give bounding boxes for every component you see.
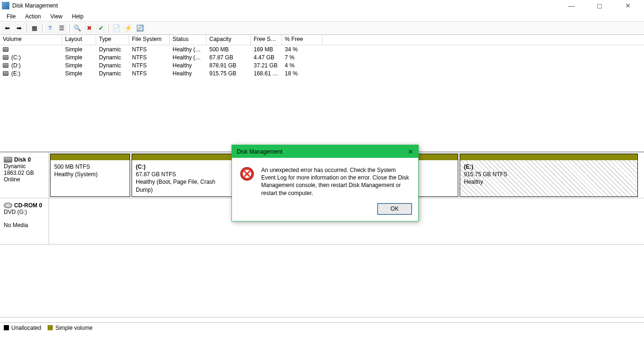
menu-bar: File Action View Help bbox=[0, 11, 644, 22]
menu-action[interactable]: Action bbox=[21, 12, 44, 21]
window-title: Disk Management bbox=[12, 2, 58, 9]
new-button[interactable]: 📄 bbox=[111, 23, 122, 33]
volume-rows: SimpleDynamicNTFSHealthy (S...500 MB169 … bbox=[0, 45, 644, 77]
simple-swatch bbox=[48, 325, 53, 330]
dialog-title: Disk Management bbox=[237, 148, 282, 155]
window-controls: — ◻ ✕ bbox=[562, 2, 642, 9]
toolbar-separator bbox=[42, 24, 42, 33]
drive-icon bbox=[3, 47, 8, 52]
legend-simple: Simple volume bbox=[48, 325, 92, 331]
header-filesystem[interactable]: File System bbox=[129, 35, 170, 45]
delete-button[interactable]: ✖ bbox=[84, 23, 94, 33]
toolbar: ⬅ ➡ ▦ ? ☰ 🔍 ✖ ✔ 📄 ⚡ 🔄 bbox=[0, 22, 644, 35]
maximize-button[interactable]: ◻ bbox=[590, 2, 609, 9]
minimize-button[interactable]: — bbox=[562, 2, 581, 9]
dialog-close-button[interactable]: ✕ bbox=[408, 148, 413, 155]
error-icon bbox=[239, 166, 255, 181]
legend: Unallocated Simple volume bbox=[0, 322, 644, 333]
properties-button[interactable]: ☰ bbox=[57, 23, 67, 33]
cdrom-status: No Media bbox=[4, 222, 28, 229]
header-type[interactable]: Type bbox=[96, 35, 129, 45]
table-row[interactable]: (D:)SimpleDynamicNTFSHealthy878.91 GB37.… bbox=[0, 61, 644, 69]
drive-icon bbox=[3, 55, 8, 60]
header-layout[interactable]: Layout bbox=[62, 35, 96, 45]
header-status[interactable]: Status bbox=[170, 35, 206, 45]
disk-status: Online bbox=[4, 176, 20, 183]
header-free[interactable]: Free Spa... bbox=[251, 35, 282, 45]
header-volume[interactable]: Volume bbox=[0, 35, 62, 45]
partition[interactable]: (C:)67.87 GB NTFSHealthy (Boot, Page Fil… bbox=[132, 154, 232, 197]
header-percent[interactable]: % Free bbox=[282, 35, 322, 45]
partition-top-bar bbox=[132, 154, 232, 160]
partition-top-bar bbox=[460, 154, 637, 160]
back-button[interactable]: ⬅ bbox=[2, 23, 12, 33]
header-capacity[interactable]: Capacity bbox=[206, 35, 251, 45]
legend-unallocated: Unallocated bbox=[4, 325, 41, 331]
dialog-titlebar: Disk Management ✕ bbox=[232, 145, 418, 158]
table-row[interactable]: SimpleDynamicNTFSHealthy (S...500 MB169 … bbox=[0, 45, 644, 53]
disk-title: Disk 0 bbox=[14, 156, 31, 163]
cdrom-title: CD-ROM 0 bbox=[14, 202, 42, 209]
disk-label[interactable]: Disk 0 Dynamic 1863.02 GB Online bbox=[0, 153, 49, 198]
checklist-button[interactable]: ✔ bbox=[96, 23, 106, 33]
close-button[interactable]: ✕ bbox=[619, 2, 637, 9]
ok-button[interactable]: OK bbox=[378, 204, 412, 214]
refresh-button[interactable]: 🔄 bbox=[135, 23, 145, 33]
app-icon bbox=[2, 2, 9, 9]
toolbar-separator bbox=[69, 24, 70, 33]
cdrom-type: DVD (G:) bbox=[4, 209, 27, 215]
help-button[interactable]: ? bbox=[45, 23, 55, 33]
drive-icon bbox=[3, 71, 8, 76]
explore-button[interactable]: 🔍 bbox=[72, 23, 83, 33]
toolbar-separator bbox=[26, 24, 27, 33]
title-bar: Disk Management — ◻ ✕ bbox=[0, 0, 644, 11]
action-button[interactable]: ⚡ bbox=[123, 23, 133, 33]
disk-size: 1863.02 GB bbox=[4, 170, 34, 176]
volume-list-pane: Volume Layout Type File System Status Ca… bbox=[0, 35, 644, 153]
cdrom-label[interactable]: CD-ROM 0 DVD (G:) No Media bbox=[0, 198, 49, 244]
table-row[interactable]: (E:)SimpleDynamicNTFSHealthy915.75 GB168… bbox=[0, 69, 644, 77]
error-dialog: Disk Management ✕ An unexpected error ha… bbox=[231, 145, 419, 221]
dialog-footer: OK bbox=[232, 200, 418, 221]
partition[interactable]: (E:)915.75 GB NTFSHealthy bbox=[460, 154, 638, 197]
partition-top-bar bbox=[50, 154, 130, 160]
menu-file[interactable]: File bbox=[3, 12, 19, 21]
partition[interactable]: 500 MB NTFSHealthy (System) bbox=[50, 154, 130, 197]
forward-button[interactable]: ➡ bbox=[14, 23, 24, 33]
table-row[interactable]: (C:)SimpleDynamicNTFSHealthy (B...67.87 … bbox=[0, 53, 644, 61]
drive-icon bbox=[3, 63, 8, 68]
dialog-body: An unexpected error has occurred. Check … bbox=[232, 158, 418, 200]
toolbar-separator bbox=[108, 24, 109, 33]
menu-view[interactable]: View bbox=[47, 12, 66, 21]
menu-help[interactable]: Help bbox=[68, 12, 88, 21]
dialog-message: An unexpected error has occurred. Check … bbox=[261, 166, 411, 197]
disk-type: Dynamic bbox=[4, 163, 26, 170]
disk-icon bbox=[4, 157, 12, 163]
cdrom-icon bbox=[4, 203, 12, 208]
toolbar-grid-button[interactable]: ▦ bbox=[29, 23, 40, 33]
column-headers: Volume Layout Type File System Status Ca… bbox=[0, 35, 644, 45]
unallocated-swatch bbox=[4, 325, 9, 330]
